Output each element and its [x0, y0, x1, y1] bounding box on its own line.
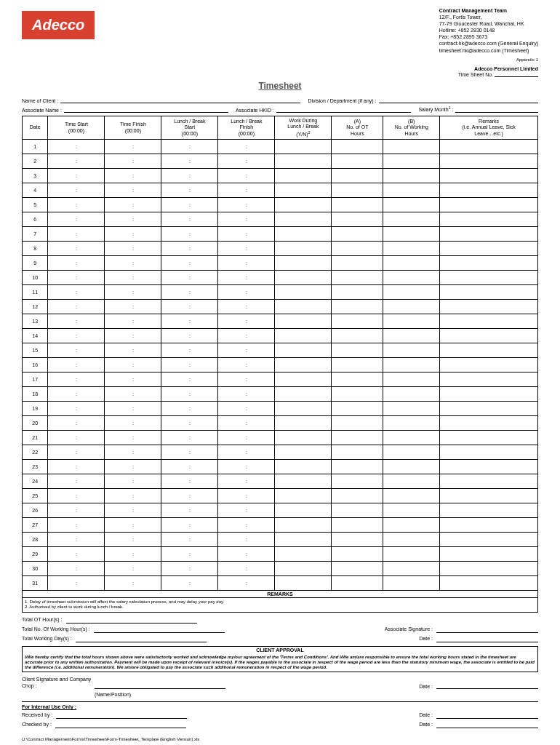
- time-cell[interactable]: :: [48, 140, 105, 154]
- value-cell[interactable]: [383, 242, 440, 256]
- checked-field[interactable]: [55, 722, 186, 728]
- value-cell[interactable]: [440, 489, 538, 503]
- value-cell[interactable]: [332, 460, 383, 474]
- value-cell[interactable]: [440, 402, 538, 416]
- time-cell[interactable]: :: [105, 387, 161, 402]
- time-cell[interactable]: :: [161, 271, 218, 285]
- value-cell[interactable]: [332, 183, 383, 198]
- value-cell[interactable]: [440, 212, 538, 227]
- time-cell[interactable]: :: [48, 445, 105, 460]
- value-cell[interactable]: [275, 387, 332, 402]
- time-cell[interactable]: :: [48, 431, 105, 445]
- time-cell[interactable]: :: [48, 547, 105, 562]
- value-cell[interactable]: [383, 285, 440, 300]
- value-cell[interactable]: [383, 329, 440, 343]
- time-cell[interactable]: :: [105, 300, 161, 314]
- time-cell[interactable]: :: [105, 576, 161, 591]
- value-cell[interactable]: [332, 387, 383, 402]
- value-cell[interactable]: [332, 547, 383, 562]
- assoc-sig-field[interactable]: [436, 626, 538, 633]
- value-cell[interactable]: [383, 343, 440, 358]
- value-cell[interactable]: [332, 358, 383, 372]
- time-cell[interactable]: :: [105, 169, 161, 183]
- client-date-field[interactable]: [436, 682, 538, 689]
- time-cell[interactable]: :: [105, 518, 161, 533]
- value-cell[interactable]: [275, 503, 332, 518]
- value-cell[interactable]: [383, 547, 440, 562]
- time-cell[interactable]: :: [48, 489, 105, 503]
- time-cell[interactable]: :: [161, 358, 218, 372]
- time-cell[interactable]: :: [48, 474, 105, 489]
- time-cell[interactable]: :: [105, 431, 161, 445]
- value-cell[interactable]: [332, 372, 383, 387]
- time-cell[interactable]: :: [105, 285, 161, 300]
- time-cell[interactable]: :: [105, 416, 161, 431]
- value-cell[interactable]: [440, 562, 538, 576]
- time-cell[interactable]: :: [218, 358, 275, 372]
- value-cell[interactable]: [275, 358, 332, 372]
- time-cell[interactable]: :: [48, 198, 105, 212]
- time-cell[interactable]: :: [105, 212, 161, 227]
- time-cell[interactable]: :: [161, 242, 218, 256]
- time-cell[interactable]: :: [218, 227, 275, 242]
- value-cell[interactable]: [275, 169, 332, 183]
- time-cell[interactable]: :: [48, 242, 105, 256]
- value-cell[interactable]: [440, 460, 538, 474]
- time-cell[interactable]: :: [105, 489, 161, 503]
- value-cell[interactable]: [383, 358, 440, 372]
- value-cell[interactable]: [440, 343, 538, 358]
- time-cell[interactable]: :: [218, 343, 275, 358]
- time-cell[interactable]: :: [161, 547, 218, 562]
- value-cell[interactable]: [383, 183, 440, 198]
- value-cell[interactable]: [332, 198, 383, 212]
- value-cell[interactable]: [440, 329, 538, 343]
- time-cell[interactable]: :: [105, 227, 161, 242]
- time-cell[interactable]: :: [218, 183, 275, 198]
- value-cell[interactable]: [440, 285, 538, 300]
- value-cell[interactable]: [275, 314, 332, 329]
- time-cell[interactable]: :: [218, 547, 275, 562]
- time-cell[interactable]: :: [161, 518, 218, 533]
- time-cell[interactable]: :: [48, 285, 105, 300]
- value-cell[interactable]: [440, 372, 538, 387]
- value-cell[interactable]: [440, 227, 538, 242]
- total-ot-field[interactable]: [66, 617, 197, 624]
- time-cell[interactable]: :: [105, 358, 161, 372]
- time-cell[interactable]: :: [218, 489, 275, 503]
- time-cell[interactable]: :: [218, 416, 275, 431]
- value-cell[interactable]: [332, 503, 383, 518]
- time-cell[interactable]: :: [161, 198, 218, 212]
- value-cell[interactable]: [332, 285, 383, 300]
- value-cell[interactable]: [383, 387, 440, 402]
- value-cell[interactable]: [275, 431, 332, 445]
- time-cell[interactable]: :: [105, 242, 161, 256]
- total-work-field[interactable]: [94, 626, 225, 633]
- time-cell[interactable]: :: [105, 460, 161, 474]
- time-cell[interactable]: :: [48, 169, 105, 183]
- time-cell[interactable]: :: [161, 314, 218, 329]
- value-cell[interactable]: [332, 271, 383, 285]
- value-cell[interactable]: [440, 140, 538, 154]
- time-cell[interactable]: :: [161, 329, 218, 343]
- value-cell[interactable]: [383, 372, 440, 387]
- value-cell[interactable]: [383, 271, 440, 285]
- value-cell[interactable]: [440, 445, 538, 460]
- value-cell[interactable]: [332, 227, 383, 242]
- value-cell[interactable]: [440, 518, 538, 533]
- time-cell[interactable]: :: [105, 533, 161, 547]
- time-cell[interactable]: :: [105, 271, 161, 285]
- time-cell[interactable]: :: [105, 140, 161, 154]
- time-cell[interactable]: :: [161, 256, 218, 271]
- internal-date2-field[interactable]: [436, 722, 538, 728]
- assoc-name-field[interactable]: [64, 106, 228, 113]
- time-cell[interactable]: :: [105, 474, 161, 489]
- internal-date1-field[interactable]: [436, 712, 538, 719]
- time-cell[interactable]: :: [161, 402, 218, 416]
- time-cell[interactable]: :: [218, 285, 275, 300]
- value-cell[interactable]: [383, 533, 440, 547]
- time-cell[interactable]: :: [48, 518, 105, 533]
- value-cell[interactable]: [275, 489, 332, 503]
- time-cell[interactable]: :: [218, 300, 275, 314]
- time-cell[interactable]: :: [218, 503, 275, 518]
- value-cell[interactable]: [332, 169, 383, 183]
